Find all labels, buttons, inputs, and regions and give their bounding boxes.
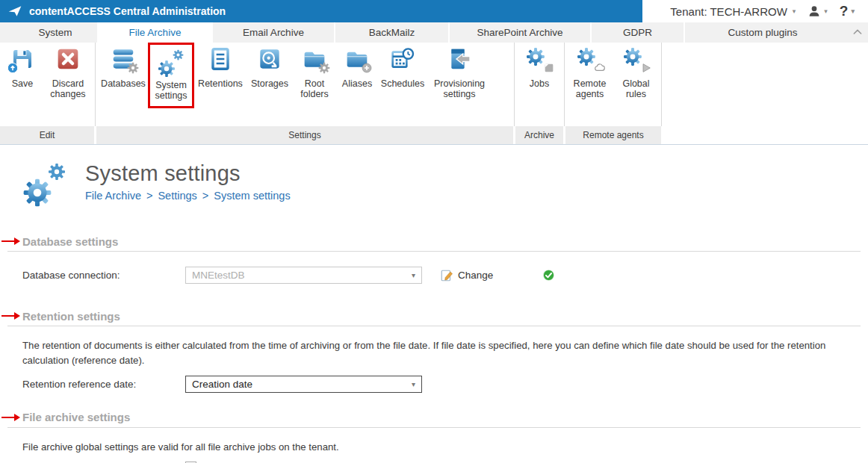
tab-system[interactable]: System — [13, 22, 97, 43]
system-settings-icon — [158, 49, 185, 80]
chevron-down-icon: ▾ — [793, 7, 796, 15]
database-connection-dropdown[interactable]: MNEtestDB ▾ — [185, 267, 422, 284]
ribbon-group-labels: Edit Settings Archive Remote agents — [0, 126, 868, 144]
tab-sharepoint-archive[interactable]: SharePoint Archive — [448, 22, 590, 43]
system-settings-button[interactable]: System settings — [148, 43, 194, 108]
help-menu-button[interactable]: ? ▾ — [840, 3, 855, 19]
breadcrumb-settings[interactable]: Settings — [158, 190, 196, 202]
edit-pencil-icon — [440, 269, 453, 282]
database-settings-section-header: Database settings — [0, 234, 868, 248]
discard-changes-icon — [55, 47, 81, 78]
provisioning-settings-icon — [446, 47, 473, 78]
provisioning-settings-button[interactable]: Provisioning settings — [427, 46, 492, 100]
chevron-down-icon: ▾ — [412, 271, 415, 279]
root-folders-icon — [301, 47, 328, 78]
ribbon: Save Discard changes Databases — [0, 43, 868, 145]
save-button[interactable]: Save — [3, 46, 42, 89]
file-archive-description: File archive global settings are valid f… — [22, 440, 856, 455]
main-tab-bar: System File Archive Email Archive BackMa… — [0, 22, 868, 43]
databases-icon — [110, 47, 137, 78]
retention-settings-heading: Retention settings — [22, 310, 120, 323]
system-settings-page-icon — [22, 161, 67, 209]
breadcrumb-file-archive[interactable]: File Archive — [85, 190, 141, 202]
group-label-settings: Settings — [96, 126, 513, 144]
tab-custom-plugins[interactable]: Custom plugins — [683, 22, 840, 43]
database-connection-row: Database connection: MNEtestDB ▾ Change — [22, 267, 868, 284]
storages-icon — [256, 47, 283, 78]
title-bar-brand: contentACCESS Central Administration — [0, 0, 642, 22]
page-header: System settings File Archive > Settings … — [22, 161, 868, 209]
group-label-archive: Archive — [515, 126, 563, 144]
user-menu-button[interactable]: ▾ — [807, 4, 828, 18]
change-button-label: Change — [458, 270, 493, 281]
green-check-circle-icon — [542, 269, 555, 282]
jobs-button[interactable]: Jobs — [516, 46, 562, 89]
databases-button[interactable]: Databases — [99, 46, 148, 89]
schedules-button[interactable]: Schedules — [378, 46, 427, 89]
user-icon — [807, 4, 821, 18]
aliases-button[interactable]: Aliases — [336, 46, 378, 89]
file-archive-settings-section-header: File archive settings — [0, 411, 868, 424]
app-title: contentACCESS Central Administration — [29, 5, 226, 17]
remote-agents-button[interactable]: Remote agents — [567, 46, 613, 100]
ribbon-group-remote-agents: Remote agents Global rules — [565, 43, 662, 126]
chevron-down-icon: ▾ — [824, 7, 828, 15]
section-divider — [7, 326, 861, 326]
group-label-remote-agents: Remote agents — [565, 126, 661, 144]
chevron-down-icon: ▾ — [851, 7, 855, 15]
ribbon-group-settings: Databases System settings Retentions — [96, 43, 515, 126]
change-button[interactable]: Change — [440, 269, 493, 282]
group-label-edit: Edit — [0, 126, 94, 144]
discard-changes-button[interactable]: Discard changes — [42, 46, 94, 100]
section-divider — [7, 251, 861, 252]
tenant-selector[interactable]: Tenant: TECH-ARROW ▾ — [670, 5, 796, 18]
breadcrumb-system-settings[interactable]: System settings — [214, 190, 290, 202]
breadcrumb-separator: > — [146, 190, 152, 202]
database-settings-heading: Database settings — [22, 235, 118, 248]
storages-button[interactable]: Storages — [247, 46, 293, 89]
chevron-down-icon: ▾ — [412, 380, 415, 388]
global-rules-icon — [623, 47, 650, 78]
tenant-label: Tenant: TECH-ARROW — [670, 5, 787, 18]
file-archive-settings-heading: File archive settings — [22, 411, 130, 423]
section-pointer-icon — [1, 315, 14, 317]
retention-reference-value: Creation date — [192, 379, 252, 390]
retention-reference-label: Retention reference date: — [22, 379, 185, 390]
retention-settings-section-header: Retention settings — [0, 309, 868, 323]
title-bar: contentACCESS Central Administration Ten… — [0, 0, 868, 22]
title-bar-actions: Tenant: TECH-ARROW ▾ ▾ ? ▾ — [642, 0, 868, 22]
global-rules-button[interactable]: Global rules — [613, 46, 660, 100]
retention-description: The retention of documents is either cal… — [22, 338, 856, 368]
breadcrumb-separator: > — [202, 190, 208, 202]
paper-plane-icon — [7, 4, 22, 19]
schedules-icon — [389, 47, 416, 78]
ribbon-group-archive: Jobs — [515, 43, 565, 126]
section-divider — [7, 427, 861, 428]
aliases-icon — [344, 47, 371, 78]
retentions-icon — [207, 47, 234, 78]
save-icon — [9, 47, 36, 78]
ribbon-spacer — [662, 43, 868, 126]
jobs-icon — [526, 47, 553, 78]
help-icon: ? — [840, 3, 849, 19]
retention-reference-dropdown[interactable]: Creation date ▾ — [185, 376, 422, 393]
tab-backmailz[interactable]: BackMailz — [334, 22, 448, 43]
collapse-ribbon-icon[interactable] — [852, 26, 864, 38]
root-folders-button[interactable]: Root folders — [293, 46, 336, 100]
tab-file-archive[interactable]: File Archive — [97, 22, 211, 43]
breadcrumb: File Archive > Settings > System setting… — [85, 190, 291, 202]
database-connection-label: Database connection: — [22, 270, 185, 281]
section-pointer-icon — [1, 240, 14, 242]
retentions-button[interactable]: Retentions — [194, 46, 247, 89]
database-connection-value: MNEtestDB — [192, 270, 245, 281]
remote-agents-icon — [577, 47, 604, 78]
page-title: System settings — [85, 161, 291, 186]
section-pointer-icon — [1, 417, 14, 418]
tab-email-archive[interactable]: Email Archive — [211, 22, 334, 43]
retention-reference-row: Retention reference date: Creation date … — [22, 376, 868, 393]
tab-gdpr[interactable]: GDPR — [590, 22, 683, 43]
ribbon-group-edit: Save Discard changes — [0, 43, 96, 126]
